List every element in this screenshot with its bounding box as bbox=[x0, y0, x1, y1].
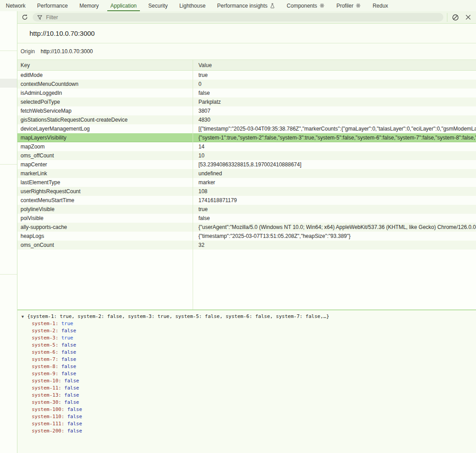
origin-value: http://10.10.0.70:3000 bbox=[41, 48, 93, 55]
filter-box bbox=[33, 13, 443, 21]
preview-entry-value: true bbox=[61, 335, 73, 341]
storage-url-title: http://10.10.0.70:3000 bbox=[17, 24, 476, 43]
preview-entry: system-1: true bbox=[21, 320, 476, 327]
table-row[interactable]: heapLogs{"timestamp":"2025-03-07T13:51:0… bbox=[17, 232, 476, 241]
sidebar-selected-item[interactable] bbox=[0, 79, 17, 88]
row-key: poiVisible bbox=[17, 214, 196, 223]
row-value: [{"timestamp":"2025-03-04T09:35:38.786Z"… bbox=[196, 124, 476, 133]
table-header: Key Value bbox=[17, 60, 476, 71]
preview-entry: system-11: false bbox=[21, 385, 476, 392]
devtools-window: NetworkPerformanceMemoryApplicationSecur… bbox=[0, 0, 476, 453]
preview-entry-key: system-30: bbox=[32, 399, 64, 405]
tab-memory[interactable]: Memory bbox=[74, 0, 105, 11]
tab-bar: NetworkPerformanceMemoryApplicationSecur… bbox=[0, 0, 476, 12]
preview-entry: system-111: false bbox=[21, 420, 476, 428]
preview-entry-value: false bbox=[67, 406, 82, 412]
preview-summary-text: {system-1: true, system-2: false, system… bbox=[27, 313, 329, 319]
storage-toolbar bbox=[17, 11, 476, 24]
preview-entry: system-6: false bbox=[21, 349, 476, 356]
preview-entry: system-10: false bbox=[21, 377, 476, 385]
react-icon bbox=[320, 3, 325, 8]
table-row[interactable]: editModetrue bbox=[17, 71, 476, 80]
preview-entry-key: system-7: bbox=[32, 356, 61, 362]
tab-application[interactable]: Application bbox=[105, 0, 143, 11]
tab-components[interactable]: Components bbox=[281, 0, 331, 11]
column-divider[interactable] bbox=[193, 60, 193, 309]
table-row[interactable]: selectedPoiTypeParkplatz bbox=[17, 97, 476, 106]
clear-all-button[interactable] bbox=[451, 13, 460, 22]
row-key: mapZoom bbox=[17, 142, 196, 151]
preview-entry: system-100: false bbox=[21, 406, 476, 413]
table-rows: editModetruecontextMenuCountdown0isAdmin… bbox=[17, 71, 476, 250]
preview-entry: system-200: false bbox=[21, 428, 476, 435]
table-row[interactable]: mapZoom14 bbox=[17, 142, 476, 151]
row-value: true bbox=[196, 205, 476, 214]
table-row[interactable]: mapLayersVisibility{"system-1":true,"sys… bbox=[17, 133, 476, 142]
expand-triangle-icon[interactable]: ▼ bbox=[21, 313, 27, 320]
table-row[interactable]: lastElementTypemarker bbox=[17, 178, 476, 187]
table-row[interactable]: contextMenuCountdown0 bbox=[17, 80, 476, 89]
row-key: contextMenuCountdown bbox=[17, 80, 196, 89]
preview-entry-value: false bbox=[61, 328, 76, 334]
row-value: Parkplatz bbox=[196, 97, 476, 106]
row-value: 3807 bbox=[196, 106, 476, 115]
tab-lighthouse[interactable]: Lighthouse bbox=[173, 0, 211, 11]
preview-entry-key: system-8: bbox=[32, 364, 61, 369]
value-preview-pane: ▼{system-1: true, system-2: false, syste… bbox=[17, 309, 476, 453]
table-row[interactable]: isAdminLoggedInfalse bbox=[17, 89, 476, 97]
tab-label: Network bbox=[6, 3, 25, 9]
tab-performance-insights[interactable]: Performance insights bbox=[211, 0, 281, 11]
row-key: markerLink bbox=[17, 169, 196, 178]
table-row[interactable]: fetchWebServiceMap3807 bbox=[17, 106, 476, 115]
tab-label: Application bbox=[110, 3, 137, 9]
row-key: mapLayersVisibility bbox=[17, 133, 196, 142]
refresh-button[interactable] bbox=[20, 13, 29, 22]
column-header-value[interactable]: Value bbox=[196, 60, 476, 70]
row-key: mapCenter bbox=[17, 160, 196, 169]
preview-entry-value: false bbox=[67, 428, 82, 434]
table-row[interactable]: markerLinkundefined bbox=[17, 169, 476, 178]
filter-input[interactable] bbox=[45, 14, 439, 21]
tab-security[interactable]: Security bbox=[143, 0, 173, 11]
preview-entry-value: true bbox=[61, 321, 73, 326]
tab-performance[interactable]: Performance bbox=[31, 0, 74, 11]
flask-icon bbox=[270, 3, 275, 8]
row-value: true bbox=[196, 71, 476, 80]
tab-label: Lighthouse bbox=[179, 3, 206, 9]
row-key: userRightsRequestCount bbox=[17, 187, 196, 196]
table-row[interactable]: polylineVisibletrue bbox=[17, 205, 476, 214]
storage-panel: http://10.10.0.70:3000 Origin http://10.… bbox=[17, 11, 476, 453]
delete-selected-button[interactable] bbox=[463, 13, 472, 22]
tab-label: Security bbox=[148, 3, 168, 9]
row-value: undefined bbox=[196, 169, 476, 178]
preview-entry-key: system-11: bbox=[32, 385, 64, 391]
preview-entry: system-8: false bbox=[21, 363, 476, 370]
table-row[interactable]: oms_offCount10 bbox=[17, 151, 476, 160]
preview-entry: system-30: false bbox=[21, 399, 476, 406]
table-row[interactable]: poiVisiblefalse bbox=[17, 214, 476, 223]
preview-entry-key: system-100: bbox=[32, 406, 67, 412]
row-value: 32 bbox=[196, 241, 476, 250]
tab-profiler[interactable]: Profiler bbox=[331, 0, 367, 11]
row-key: contextMenuStartTime bbox=[17, 196, 196, 205]
table-row[interactable]: contextMenuStartTime1741618871179 bbox=[17, 196, 476, 205]
preview-entry: system-3: true bbox=[21, 334, 476, 342]
row-key: polylineVisible bbox=[17, 205, 196, 214]
tab-redux[interactable]: Redux bbox=[367, 0, 394, 11]
table-row[interactable]: gisStationsStaticRequestCount-createDevi… bbox=[17, 115, 476, 124]
row-value: 0 bbox=[196, 80, 476, 89]
preview-entry-key: system-10: bbox=[32, 378, 64, 384]
table-row[interactable]: deviceLayerManagementLog[{"timestamp":"2… bbox=[17, 124, 476, 133]
table-row[interactable]: userRightsRequestCount108 bbox=[17, 187, 476, 196]
column-header-key[interactable]: Key bbox=[17, 60, 196, 70]
table-row[interactable]: ally-supports-cache{"userAgent":"Mozilla… bbox=[17, 223, 476, 232]
preview-entry-key: system-200: bbox=[32, 428, 67, 434]
sidebar-divider bbox=[0, 274, 17, 275]
preview-entry-value: false bbox=[61, 356, 76, 362]
tab-network[interactable]: Network bbox=[0, 0, 31, 11]
table-row[interactable]: mapCenter[53.23940863328815,8.1970024108… bbox=[17, 160, 476, 169]
preview-entry-key: system-5: bbox=[32, 342, 61, 348]
preview-entry-value: false bbox=[61, 364, 76, 369]
preview-entry-key: system-2: bbox=[32, 328, 61, 334]
table-row[interactable]: oms_onCount32 bbox=[17, 241, 476, 250]
